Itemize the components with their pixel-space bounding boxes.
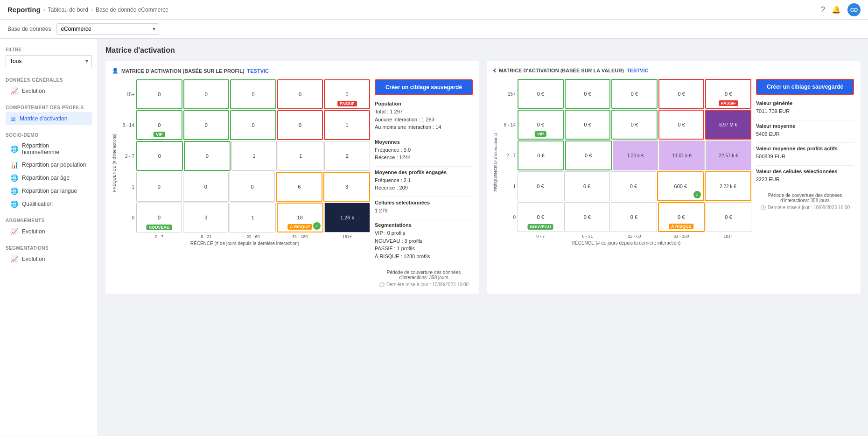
filter-select[interactable]: Tous bbox=[6, 55, 92, 67]
globe-icon-3: 🌐 bbox=[10, 187, 18, 195]
grid-cells-3: 0 0 0 6 3 bbox=[136, 172, 370, 202]
sidebar-item-matrice[interactable]: ⊞ Matrice d'activation bbox=[6, 112, 92, 125]
vcell-4-3[interactable]: 0 € À RISQUE bbox=[658, 202, 705, 232]
bar-icon: 📊 bbox=[10, 161, 18, 169]
vcell-4-1[interactable]: 0 € bbox=[564, 202, 610, 232]
x-axis-title-value: RÉCENCE (# de jours depuis la dernière i… bbox=[501, 240, 751, 246]
vcell-2-0[interactable]: 0 € bbox=[518, 141, 564, 170]
vcell-0-1[interactable]: 0 € bbox=[565, 79, 611, 109]
vcell-4-2[interactable]: 0 € bbox=[611, 202, 657, 232]
grid-cells-4: 0 NOUVEAU 3 1 18 À RISQUE ✓ bbox=[136, 203, 370, 232]
vcell-1-3[interactable]: 0 € bbox=[658, 110, 705, 140]
cell-0-3[interactable]: 0 bbox=[277, 79, 323, 109]
vcell-0-0[interactable]: 0 € bbox=[518, 79, 564, 109]
help-icon[interactable]: ? bbox=[821, 6, 825, 14]
vcell-0-3[interactable]: 0 € bbox=[658, 79, 705, 109]
update-text-value: Dernière mise à jour : 10/08/2023 16:00 bbox=[768, 205, 850, 210]
vgrid-row-1: 8 - 14 0 € VIP 0 € 0 € 0 € bbox=[501, 110, 751, 140]
vcell-4-4[interactable]: 0 € bbox=[706, 202, 751, 232]
vcell-3-1[interactable]: 0 € bbox=[564, 171, 610, 201]
info-seg-arisque: À RISQUE : 1288 profils bbox=[375, 253, 473, 260]
sidebar: FILTRE Tous DONNÉES GÉNÉRALES 📈 Evolutio… bbox=[0, 39, 98, 436]
sidebar-item-age[interactable]: 🌐 Répartition par âge bbox=[6, 171, 92, 184]
grid-icon: ⊞ bbox=[10, 115, 16, 122]
sidebar-item-evolution-seg[interactable]: 📈 Evolution bbox=[6, 253, 92, 266]
cell-0-2[interactable]: 0 bbox=[230, 79, 276, 109]
filter-select-wrap[interactable]: Tous bbox=[6, 55, 92, 67]
vbadge-nouveau-4: NOUVEAU bbox=[528, 224, 553, 230]
cell-3-3[interactable]: 6 bbox=[276, 172, 322, 202]
cell-2-0[interactable]: 0 bbox=[136, 141, 183, 171]
info-seg-vip: VIP : 0 profils bbox=[375, 229, 473, 237]
cell-3-1[interactable]: 0 bbox=[183, 172, 229, 202]
cell-4-3[interactable]: 18 À RISQUE ✓ bbox=[277, 203, 323, 232]
cell-0-0[interactable]: 0 bbox=[136, 79, 182, 109]
x-label-0: 0 - 7 bbox=[136, 234, 182, 239]
vinfo-vc-val: 2223 EUR bbox=[756, 176, 854, 183]
sidebar-item-qualification[interactable]: 🌐 Qualification bbox=[6, 197, 92, 211]
cell-0-1[interactable]: 0 bbox=[183, 79, 230, 109]
cell-0-4[interactable]: 0 PASSIF bbox=[324, 79, 370, 109]
cell-1-0[interactable]: 0 VIP bbox=[136, 110, 182, 140]
vcell-3-2[interactable]: 0 € bbox=[611, 171, 657, 201]
sidebar-item-evolution-general[interactable]: 📈 Evolution bbox=[6, 84, 92, 98]
profile-icon: 👤 bbox=[112, 68, 119, 74]
cell-2-3[interactable]: 1 bbox=[278, 141, 323, 171]
cell-4-0[interactable]: 0 NOUVEAU bbox=[136, 203, 182, 232]
matrix-value-header: € MATRICE D'ACTIVATION (BASÉE SUR LA VAL… bbox=[493, 68, 854, 73]
db-select[interactable]: eCommerce bbox=[56, 23, 159, 35]
bell-icon[interactable]: 🔔 bbox=[832, 5, 841, 14]
cell-2-2[interactable]: 1 bbox=[231, 141, 277, 171]
vcell-3-3[interactable]: 600 € ✓ bbox=[657, 171, 704, 201]
sidebar-item-evolution-abo[interactable]: 📈 Evolution bbox=[6, 225, 92, 238]
cell-3-4[interactable]: 3 bbox=[323, 172, 370, 202]
cell-1-3[interactable]: 0 bbox=[277, 110, 323, 140]
vcell-1-2[interactable]: 0 € bbox=[611, 110, 658, 140]
row-label-4: 0 bbox=[119, 203, 136, 232]
vcell-3-0[interactable]: 0 € bbox=[518, 171, 563, 201]
breadcrumb-2[interactable]: Base de donnée eCommerce bbox=[96, 7, 168, 13]
vcell-2-1[interactable]: 0 € bbox=[565, 141, 612, 170]
vcell-4-0[interactable]: 0 € NOUVEAU bbox=[518, 202, 563, 232]
cell-1-1[interactable]: 0 bbox=[183, 110, 230, 140]
vcell-1-0[interactable]: 0 € VIP bbox=[518, 110, 564, 140]
section-comportement: COMPORTEMENT DES PROFILS ⊞ Matrice d'act… bbox=[0, 98, 98, 126]
grid-cells-1: 0 VIP 0 0 0 1 bbox=[136, 110, 370, 140]
grid-with-labels-profile: FRÉQUENCE (# d'interactions) 15+ 0 0 0 bbox=[112, 79, 370, 246]
vcell-2-2[interactable]: 1.30 k € bbox=[613, 141, 658, 170]
section-abonnements: ABONNEMENTS 📈 Evolution bbox=[0, 211, 98, 239]
vcell-2-3[interactable]: 11.01 k € bbox=[659, 141, 705, 170]
vcell-1-1[interactable]: 0 € bbox=[565, 110, 611, 140]
cell-1-4[interactable]: 1 bbox=[324, 110, 370, 140]
vcell-1-4[interactable]: 6.97 M € bbox=[705, 110, 751, 140]
vcheck-icon-3-3: ✓ bbox=[693, 191, 701, 198]
grid-row-3: 1 0 0 0 6 3 bbox=[119, 172, 370, 202]
cell-3-2[interactable]: 0 bbox=[230, 172, 275, 202]
breadcrumb-sep2: › bbox=[91, 7, 93, 13]
period-note-value: Période de couverture des données d'inte… bbox=[756, 193, 854, 203]
sidebar-item-population[interactable]: 📊 Répartition par population bbox=[6, 158, 92, 171]
vbadge-vip-1: VIP bbox=[535, 131, 546, 137]
creer-ciblage-btn-profile[interactable]: Créer un ciblage sauvegardé bbox=[375, 79, 473, 95]
vcell-0-4[interactable]: 0 € PASSIF bbox=[705, 79, 751, 109]
db-select-wrap[interactable]: eCommerce bbox=[56, 23, 159, 35]
grid-row-0: 15+ 0 0 0 0 0 PASSIF bbox=[119, 79, 370, 109]
cell-4-4[interactable]: 1.26 k bbox=[324, 203, 370, 232]
cell-2-1[interactable]: 0 bbox=[184, 141, 231, 171]
badge-passif-0: PASSIF bbox=[337, 101, 357, 106]
creer-ciblage-btn-value[interactable]: Créer un ciblage sauvegardé bbox=[756, 79, 854, 95]
cell-4-2[interactable]: 1 bbox=[230, 203, 275, 232]
cell-4-1[interactable]: 3 bbox=[183, 203, 229, 232]
avatar[interactable]: GD bbox=[847, 3, 861, 16]
cell-3-0[interactable]: 0 bbox=[136, 172, 182, 202]
sidebar-item-hf[interactable]: 🌐 Répartition homme/femme bbox=[6, 140, 92, 158]
sidebar-item-langue[interactable]: 🌐 Répartition par langue bbox=[6, 184, 92, 197]
vcell-2-4[interactable]: 22.57 k € bbox=[706, 141, 751, 170]
breadcrumb-area: Reporting › Tableau de bord › Base de do… bbox=[7, 6, 168, 14]
info-seg-passif: PASSIF : 1 profils bbox=[375, 245, 473, 253]
vcell-3-4[interactable]: 2.22 k € bbox=[705, 171, 751, 201]
breadcrumb-1[interactable]: Tableau de bord bbox=[48, 7, 88, 13]
cell-1-2[interactable]: 0 bbox=[230, 110, 276, 140]
vcell-0-2[interactable]: 0 € bbox=[611, 79, 658, 109]
cell-2-4[interactable]: 2 bbox=[324, 141, 370, 171]
